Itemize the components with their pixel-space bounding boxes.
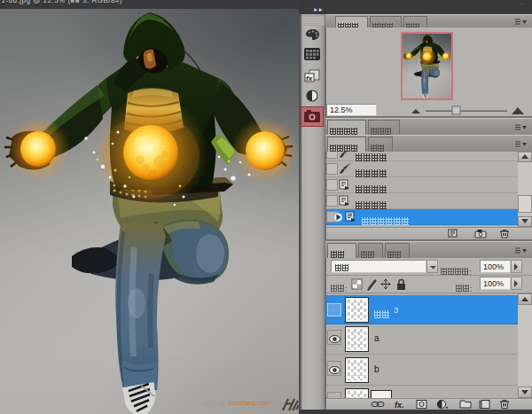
svg-text:fx: fx — [306, 74, 313, 82]
svg-text:iconfans.com: iconfans.com — [229, 399, 270, 407]
svg-text:fx.: fx. — [395, 401, 404, 410]
svg-text:post of: post of — [202, 399, 224, 407]
